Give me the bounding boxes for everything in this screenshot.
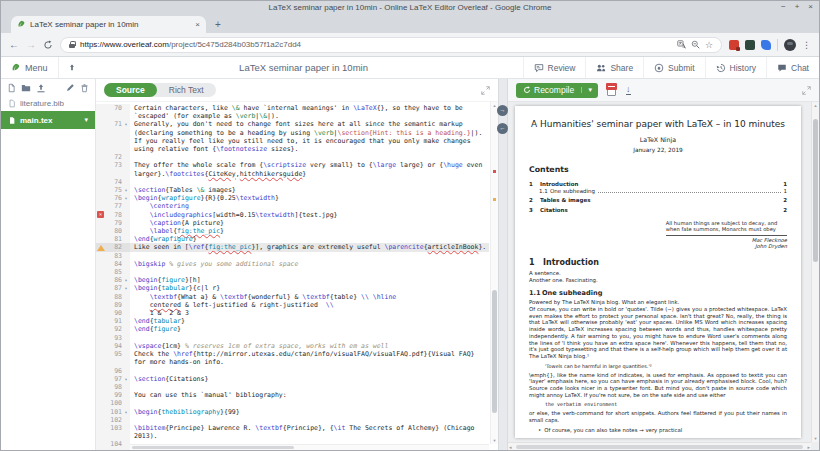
code-line[interactable]: 72 — [96, 153, 489, 161]
pdf-viewer[interactable]: A Humanities' seminar paper with LaTeX –… — [508, 102, 819, 450]
code-line[interactable]: 91\end{tabular} — [96, 317, 489, 325]
code-line[interactable]: 96 — [96, 367, 489, 375]
menu-button[interactable]: Menu — [1, 57, 59, 78]
pdf-scrollbar[interactable]: ▲ ▼ — [811, 102, 819, 442]
pdf-scroll-right-icon[interactable]: ▸ — [807, 444, 810, 450]
pdf-paragraph: \emph{}, like the name kind of indicates… — [529, 372, 787, 399]
file-icon — [8, 116, 16, 125]
tab-rich-text[interactable]: Rich Text — [157, 83, 216, 97]
code-line[interactable]: 75▾\section{Tables \& images} — [96, 186, 489, 194]
code-line[interactable]: 93 — [96, 334, 489, 342]
code-line[interactable]: 92\end{figure} — [96, 325, 489, 333]
pdf-scroll-up-icon[interactable]: ▲ — [812, 103, 819, 108]
code-line[interactable]: 90 1 & 2 & 3 — [96, 309, 489, 317]
code-line[interactable]: 99You can use this `manual' bibliography… — [96, 391, 489, 399]
history-button[interactable]: History — [705, 57, 766, 78]
code-line[interactable]: 79 \caption{A picture} — [96, 219, 489, 227]
chevron-down-icon[interactable]: ▾ — [84, 116, 88, 124]
code-line[interactable]: 81\end{wrapfigure} — [96, 235, 489, 243]
code-line[interactable]: 89 centered & left-justified & right-jus… — [96, 301, 489, 309]
review-label: Review — [548, 63, 576, 73]
back-to-projects-button[interactable] — [59, 57, 85, 78]
review-button[interactable]: Review — [523, 57, 586, 78]
code-line[interactable]: 87▾\begin{tabular}{c|l r} — [96, 284, 489, 292]
pdf-title: A Humanities' seminar paper with LaTeX –… — [529, 119, 787, 129]
code-line[interactable]: 71▾Generally, you don't need to change f… — [96, 120, 489, 153]
submit-button[interactable]: Submit — [643, 57, 704, 78]
code-line[interactable]: 83 — [96, 252, 489, 260]
delete-trash-icon[interactable] — [80, 83, 89, 93]
tab-source[interactable]: Source — [104, 83, 157, 97]
code-line[interactable]: 88 \textbf{What a} & \textbf{wonderful} … — [96, 293, 489, 301]
rename-pencil-icon[interactable] — [66, 83, 75, 92]
bookmark-star-icon[interactable]: ☆ — [705, 40, 713, 50]
tab-close-icon[interactable]: × — [195, 20, 200, 29]
recompile-dropdown-icon[interactable]: ▼ — [581, 87, 598, 93]
submit-label: Submit — [668, 63, 694, 73]
extension-icon-2[interactable] — [745, 40, 755, 50]
code-line[interactable]: 84\bigskip % gives you some additional s… — [96, 260, 489, 268]
new-file-icon[interactable] — [7, 83, 16, 93]
logs-button[interactable] — [606, 83, 618, 97]
pdf-fullscreen-icon[interactable] — [802, 86, 811, 95]
code-line[interactable]: 97▾\section{Citations} — [96, 375, 489, 383]
code-line[interactable]: 82Like seen in [\ref{fig:the_pic}], grap… — [96, 243, 489, 251]
code-line[interactable]: 77 \centering — [96, 202, 489, 210]
code-line[interactable]: 100 — [96, 399, 489, 407]
profile-avatar[interactable] — [784, 39, 796, 51]
pdf-hscrollbar-thumb[interactable] — [516, 445, 803, 449]
back-icon[interactable]: ← — [9, 40, 19, 50]
browser-menu-icon[interactable]: ⋮ — [802, 40, 811, 50]
pdf-scroll-left-icon[interactable]: ◂ — [509, 444, 512, 450]
expand-editor-arrow-button[interactable]: ← — [497, 123, 508, 134]
chat-button[interactable]: Chat — [766, 57, 819, 78]
code-line[interactable]: 86▾\begin{figure}[h] — [96, 276, 489, 284]
minimize-button[interactable]: − — [781, 2, 786, 11]
maximize-button[interactable]: + — [795, 2, 800, 11]
hscrollbar-thumb[interactable] — [132, 446, 294, 449]
pdf-scroll-down-icon[interactable]: ▼ — [812, 436, 819, 441]
pdf-scrollbar-thumb[interactable] — [813, 119, 818, 262]
expand-pdf-arrow-button[interactable]: → — [497, 105, 508, 116]
new-tab-button[interactable]: + — [215, 20, 221, 30]
file-item-literature-bib[interactable]: literature.bib — [1, 96, 95, 111]
project-title: LaTeX seminar paper in 10min — [85, 57, 523, 78]
pane-divider[interactable]: → ← — [498, 79, 508, 450]
code-line[interactable]: 73They offer the whole scale from {\scri… — [96, 161, 489, 177]
editor-hscrollbar[interactable] — [130, 444, 489, 450]
address-bar[interactable]: https://www.overleaf.com/project/5c475d2… — [60, 37, 722, 53]
code-line[interactable]: 101▾\begin{thebibliography}{99} — [96, 408, 489, 416]
download-pdf-icon[interactable]: ↓ — [626, 85, 631, 95]
file-item-main-tex[interactable]: main.tex ▾ — [1, 111, 95, 129]
editor-pane: Source Rich Text 70Certain characters, l… — [96, 79, 498, 450]
extension-icon-3[interactable] — [761, 40, 771, 50]
scroll-down-icon[interactable]: ▼ — [491, 438, 498, 443]
browser-window: LaTeX seminar paper in 10min - Online La… — [0, 0, 820, 451]
editor-fullscreen-icon[interactable] — [481, 86, 490, 95]
scrollbar-thumb[interactable] — [492, 290, 497, 413]
code-line[interactable]: 102 — [96, 416, 489, 424]
code-line[interactable]: ×78 \includegraphics[width=0.15\textwidt… — [96, 211, 489, 219]
code-editor[interactable]: 70Certain characters, like \& have `inte… — [96, 102, 498, 450]
code-line[interactable]: 70Certain characters, like \& have `inte… — [96, 104, 489, 120]
zoom-icon[interactable] — [691, 40, 700, 49]
close-button[interactable]: × — [808, 2, 813, 11]
code-line[interactable]: 76▾\begin{wrapfigure}{R}{0.25\textwidth} — [96, 194, 489, 202]
code-line[interactable]: 95Check the \href{http://mirror.utexas.e… — [96, 350, 489, 366]
code-line[interactable]: 85 — [96, 268, 489, 276]
translate-icon[interactable] — [677, 40, 686, 49]
code-line[interactable]: 80 \label{fig:the_pic} — [96, 227, 489, 235]
code-line[interactable]: 94\vspace{1cm} % reserves 1cm of extra s… — [96, 342, 489, 350]
upload-file-icon[interactable] — [36, 83, 46, 93]
browser-tab[interactable]: LaTeX seminar paper in 10min × — [11, 16, 206, 33]
new-folder-icon[interactable] — [21, 83, 31, 93]
pdf-hscrollbar[interactable]: ◂ ▸ — [508, 442, 811, 450]
code-line[interactable]: 74 — [96, 178, 489, 186]
code-line[interactable]: 103\bibitem{Principe} Lawrence R. \textb… — [96, 424, 489, 440]
share-button[interactable]: Share — [585, 57, 643, 78]
code-line[interactable]: 98 — [96, 383, 489, 391]
reload-icon[interactable] — [43, 40, 53, 50]
extension-icon-1[interactable] — [729, 40, 739, 50]
recompile-button[interactable]: Recompile ▼ — [516, 83, 598, 98]
editor-scrollbar[interactable]: ▲ ▼ — [490, 102, 498, 444]
